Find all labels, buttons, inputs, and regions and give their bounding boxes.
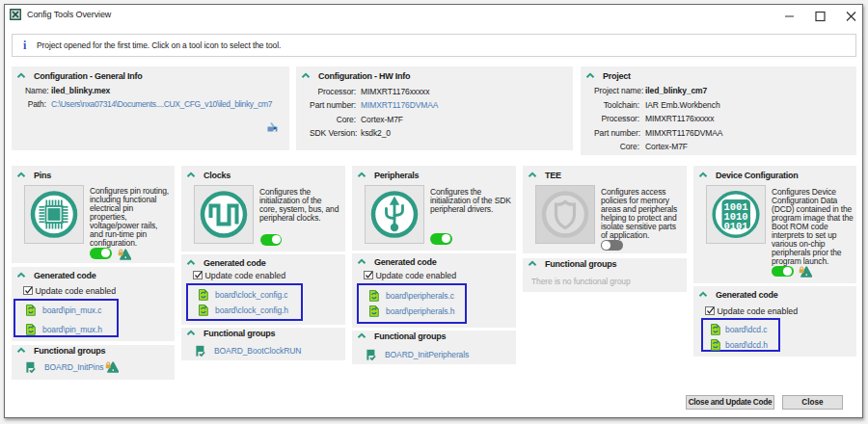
svg-text:0101: 0101 — [723, 221, 747, 232]
